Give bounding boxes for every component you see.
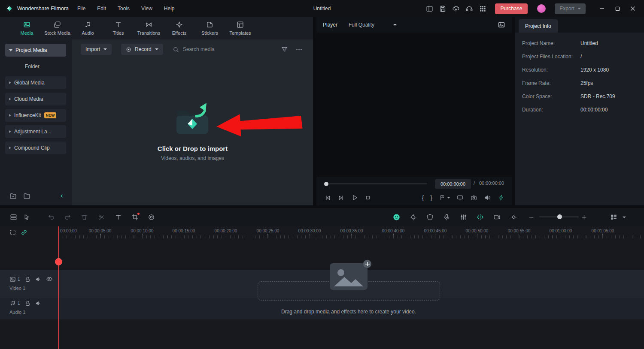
user-avatar[interactable]	[537, 4, 546, 13]
volume-button[interactable]	[484, 194, 492, 202]
split-scissors-icon[interactable]	[95, 212, 106, 223]
close-button[interactable]	[625, 2, 641, 15]
fullscreen-display-button[interactable]	[456, 194, 464, 202]
info-row-color-space: Color Space: SDR - Rec.709	[515, 90, 644, 103]
mute-track-icon[interactable]	[35, 300, 42, 307]
mark-out-button[interactable]: }	[430, 195, 432, 201]
audio-track-controls: 1	[9, 300, 42, 307]
filter-icon[interactable]	[279, 44, 290, 55]
auto-link-icon[interactable]	[21, 229, 27, 236]
save-icon[interactable]	[436, 3, 450, 15]
preview-image-icon[interactable]	[498, 21, 505, 29]
track-view-icon[interactable]	[608, 212, 619, 223]
more-options-icon[interactable]	[293, 44, 304, 55]
tab-project-info[interactable]: Project Info	[519, 19, 558, 33]
voiceover-mic-icon[interactable]	[441, 212, 452, 223]
support-headset-icon[interactable]	[463, 3, 476, 15]
sidebar-item-folder[interactable]: Folder	[5, 60, 66, 73]
expand-right-icon	[9, 147, 11, 149]
render-preview-button[interactable]	[498, 194, 505, 201]
maximize-button[interactable]	[610, 2, 625, 15]
layout-toggle-icon[interactable]	[423, 3, 436, 15]
view-options-chevron-icon[interactable]	[619, 212, 630, 223]
menu-tools[interactable]: Tools	[118, 6, 130, 12]
lock-icon[interactable]	[24, 300, 31, 307]
sidebar-item-compound-clip[interactable]: Compound Clip	[5, 141, 66, 154]
redo-icon[interactable]	[62, 212, 73, 223]
motion-tracking-icon[interactable]	[407, 212, 419, 223]
minimize-button[interactable]	[594, 2, 610, 15]
screen-record-icon[interactable]	[491, 212, 502, 223]
crop-icon[interactable]	[129, 212, 140, 223]
collapse-sidebar-icon[interactable]	[57, 191, 67, 201]
timeline-ruler[interactable]: 00:00:00 00:00:05:00 00:00:10:00 00:00:1…	[0, 226, 644, 239]
next-frame-button[interactable]	[337, 194, 345, 202]
mute-track-icon[interactable]	[35, 276, 42, 283]
snapshot-camera-button[interactable]	[470, 194, 477, 202]
stop-button[interactable]	[365, 194, 371, 201]
tab-media[interactable]: Media	[12, 17, 42, 39]
chevron-down-icon	[155, 48, 158, 50]
export-button[interactable]: Export	[555, 3, 586, 14]
mark-in-button[interactable]: {	[422, 195, 424, 201]
auto-split-icon[interactable]	[474, 212, 486, 223]
new-folder-icon[interactable]	[8, 191, 18, 201]
sidebar-item-cloud-media[interactable]: Cloud Media	[5, 93, 66, 105]
delete-folder-icon[interactable]	[21, 191, 32, 201]
zoom-out-icon[interactable]	[526, 212, 537, 223]
cloud-upload-icon[interactable]	[450, 3, 463, 15]
playhead-handle[interactable]	[55, 258, 62, 265]
menu-file[interactable]: File	[77, 6, 85, 12]
tab-transitions[interactable]: Transitions	[134, 17, 164, 39]
import-button[interactable]: Import	[81, 44, 112, 55]
tab-audio[interactable]: Audio	[73, 17, 103, 39]
zoom-slider-handle[interactable]	[557, 214, 562, 219]
mask-icon[interactable]	[424, 212, 435, 223]
tab-stock-media[interactable]: Stock Media	[42, 17, 73, 39]
scrub-track[interactable]	[329, 184, 427, 184]
track-layout-icon[interactable]	[8, 212, 19, 223]
tab-templates[interactable]: Templates	[225, 17, 255, 39]
search-input[interactable]	[183, 46, 264, 52]
player-panel: Player Full Quality 00:00:00:00 / 00:00:…	[316, 17, 512, 205]
workspace-grid-icon[interactable]	[476, 3, 489, 15]
menu-help[interactable]: Help	[164, 6, 175, 12]
audio-mixer-icon[interactable]	[458, 212, 469, 223]
undo-icon[interactable]	[46, 212, 57, 223]
select-tool-icon[interactable]	[21, 212, 32, 223]
info-row-frame-rate: Frame Rate: 25fps	[515, 77, 644, 90]
ai-portrait-icon[interactable]	[391, 212, 402, 223]
tab-titles[interactable]: Titles	[103, 17, 134, 39]
sidebar-item-global-media[interactable]: Global Media	[5, 76, 66, 89]
menu-view[interactable]: View	[141, 6, 152, 12]
effects-icon	[176, 21, 183, 28]
video-track-icon	[9, 276, 16, 283]
tab-effects[interactable]: Effects	[164, 17, 194, 39]
quality-dropdown[interactable]: Full Quality	[349, 22, 397, 28]
keyframe-icon[interactable]	[508, 212, 519, 223]
import-dropzone[interactable]: Click or Drop to import Videos, audios, …	[72, 102, 313, 161]
purchase-button[interactable]: Purchase	[495, 3, 528, 14]
add-media-button[interactable]	[363, 260, 371, 268]
sidebar-item-adjustment-layer[interactable]: Adjustment La...	[5, 125, 66, 138]
scrub-handle[interactable]	[324, 182, 328, 186]
color-palette-icon[interactable]	[146, 212, 157, 223]
playhead-line[interactable]	[58, 226, 59, 349]
delete-icon[interactable]	[79, 212, 90, 223]
ruler-label: 00:00:25:00	[257, 229, 279, 233]
track-select-icon[interactable]	[9, 229, 16, 236]
sidebar-item-project-media[interactable]: Project Media	[5, 44, 66, 57]
record-icon	[126, 47, 131, 52]
add-text-icon[interactable]	[112, 212, 124, 223]
marker-button[interactable]	[439, 194, 450, 201]
menu-edit[interactable]: Edit	[97, 6, 106, 12]
import-folder-icon	[170, 102, 215, 137]
previous-frame-button[interactable]	[324, 194, 331, 202]
play-button[interactable]	[351, 194, 358, 202]
record-button[interactable]: Record	[121, 44, 163, 55]
sidebar-item-influencekit[interactable]: InfluenceKit NEW	[5, 109, 66, 122]
tab-stickers[interactable]: Stickers	[194, 17, 225, 39]
zoom-in-icon[interactable]	[578, 212, 589, 223]
hide-track-eye-icon[interactable]	[46, 276, 53, 283]
lock-icon[interactable]	[24, 276, 31, 283]
